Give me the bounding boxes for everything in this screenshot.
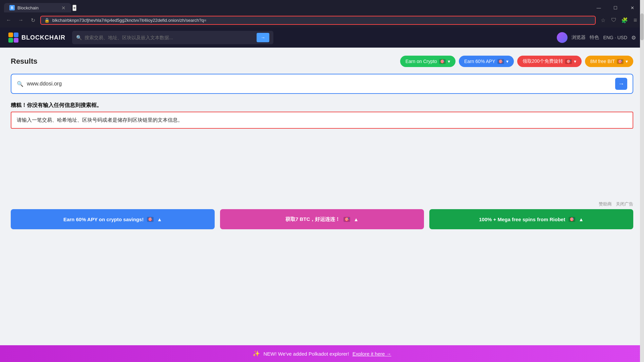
promo-bit-label: 8M free BIT xyxy=(590,59,615,64)
error-title: 糟糕！你没有输入任何信息到搜索框。 xyxy=(11,102,633,109)
avatar[interactable] xyxy=(557,32,568,43)
refresh-button[interactable]: ↻ xyxy=(28,15,38,25)
site-header: BLOCKCHAIR 🔍 → 浏览器 特色 ENG · USD ⚙ xyxy=(0,27,644,48)
promo-ad-icon-2: 🎯 xyxy=(565,59,572,64)
promo-arrow-3: ▾ xyxy=(626,59,628,64)
address-bar[interactable]: 🔒 xyxy=(40,16,596,25)
promo-spins-button[interactable]: 领取200个免费旋转 🎯 ▾ xyxy=(517,56,582,67)
promo-earn-apy-label: Earn 60% APY xyxy=(464,59,495,64)
close-ad-button[interactable]: 关闭广告 xyxy=(616,201,633,207)
promo-earn-crypto-label: Earn on Crypto xyxy=(406,59,437,64)
error-box: 请输入一笔交易、哈希地址、区块号码或者是储存到区块链里的文本信息。 xyxy=(11,112,633,129)
browser-menu-button[interactable]: ≡ xyxy=(631,15,640,25)
ad-label-row: 赞助商 关闭广告 xyxy=(11,201,633,207)
logo-text: BLOCKCHAIR xyxy=(21,34,65,41)
promo-arrow-0: ▾ xyxy=(448,59,450,64)
forward-button[interactable]: → xyxy=(16,15,25,25)
logo-icon xyxy=(8,32,19,43)
site-search-input[interactable] xyxy=(85,35,254,40)
ad-banner-0[interactable]: Earn 60% APY on crypto savings! 🎯 ▲ xyxy=(11,209,215,229)
address-input[interactable] xyxy=(52,18,592,23)
shield-button[interactable]: 🛡 xyxy=(609,15,619,25)
window-controls: — ☐ ✕ xyxy=(591,3,640,13)
extensions-button[interactable]: 🧩 xyxy=(620,15,629,25)
browser-tab[interactable]: B Blockchain ✕ xyxy=(4,3,71,12)
results-title: Results xyxy=(11,57,400,66)
browser-link[interactable]: 浏览器 xyxy=(572,35,586,41)
scrollbar-track[interactable] xyxy=(640,0,644,362)
ad-banner-2[interactable]: 100% + Mega free spins from Riobet 🎯 ▲ xyxy=(429,209,633,229)
lang-currency-selector[interactable]: ENG · USD xyxy=(603,35,627,40)
main-search-bar[interactable]: 🔍 → xyxy=(11,74,633,94)
ad-banner-1-icon: 🎯 xyxy=(343,217,350,222)
new-tab-button[interactable]: + xyxy=(72,5,76,11)
bottom-bar-text: NEW! We've added Polkadot explorer! xyxy=(263,351,349,357)
tab-title: Blockchain xyxy=(17,5,59,10)
scrollbar-thumb[interactable] xyxy=(640,13,644,40)
ad-banner-0-label: Earn 60% APY on crypto savings! xyxy=(63,217,144,222)
main-content: Results Earn on Crypto 🎯 ▾ Earn 60% APY … xyxy=(0,48,644,316)
main-search-submit-button[interactable]: → xyxy=(615,78,627,90)
browser-address-bar: ← → ↻ 🔒 ☆ 🛡 🧩 ≡ xyxy=(0,13,644,27)
ad-banner-1[interactable]: 获取7 BTC，好运连连！ 🎯 ▲ xyxy=(220,209,424,229)
back-button[interactable]: ← xyxy=(4,15,13,25)
main-search-input[interactable] xyxy=(27,81,612,87)
promo-arrow-2: ▾ xyxy=(574,59,576,64)
svg-rect-1 xyxy=(14,33,18,37)
minimize-button[interactable]: — xyxy=(591,3,606,13)
svg-rect-0 xyxy=(8,33,13,37)
error-section: 糟糕！你没有输入任何信息到搜索框。 请输入一笔交易、哈希地址、区块号码或者是储存… xyxy=(11,102,633,129)
promo-spins-label: 领取200个免费旋转 xyxy=(523,58,563,64)
promo-earn-crypto-button[interactable]: Earn on Crypto 🎯 ▾ xyxy=(400,56,455,67)
promo-buttons: Earn on Crypto 🎯 ▾ Earn 60% APY 🎯 ▾ 领取20… xyxy=(400,56,633,67)
site-search-icon: 🔍 xyxy=(76,35,82,40)
header-right: 浏览器 特色 ENG · USD ⚙ xyxy=(557,32,636,43)
promo-arrow-1: ▾ xyxy=(506,59,508,64)
features-link[interactable]: 特色 xyxy=(590,35,599,41)
browser-actions: ☆ 🛡 🧩 ≡ xyxy=(598,15,640,25)
ad-banner-2-label: 100% + Mega free spins from Riobet xyxy=(479,217,565,222)
bottom-bar-link[interactable]: Explore it here → xyxy=(353,351,391,357)
promo-ad-icon-0: 🎯 xyxy=(439,59,446,64)
ad-banner-1-label: 获取7 BTC，好运连连！ xyxy=(285,216,340,223)
logo[interactable]: BLOCKCHAIR xyxy=(8,32,65,43)
ad-banner-2-arrow: ▲ xyxy=(579,217,584,222)
settings-icon[interactable]: ⚙ xyxy=(631,35,636,41)
results-header: Results Earn on Crypto 🎯 ▾ Earn 60% APY … xyxy=(11,56,633,67)
browser-chrome: B Blockchain ✕ + — ☐ ✕ ← → ↻ 🔒 ☆ 🛡 🧩 ≡ xyxy=(0,0,644,27)
ad-banner-1-arrow: ▲ xyxy=(354,217,359,222)
maximize-button[interactable]: ☐ xyxy=(608,3,623,13)
site-search-bar[interactable]: 🔍 → xyxy=(72,31,273,44)
tab-close-button[interactable]: ✕ xyxy=(61,5,66,10)
ad-banner-0-icon: 🎯 xyxy=(147,217,154,222)
promo-bit-button[interactable]: 8M free BIT 🎯 ▾ xyxy=(585,56,633,67)
ad-banners: Earn 60% APY on crypto savings! 🎯 ▲ 获取7 … xyxy=(11,209,633,229)
svg-rect-2 xyxy=(8,38,13,43)
sparkle-icon: ✨ xyxy=(253,350,260,357)
error-message: 请输入一笔交易、哈希地址、区块号码或者是储存到区块链里的文本信息。 xyxy=(17,117,183,123)
promo-ad-icon-1: 🎯 xyxy=(497,59,504,64)
tab-favicon: B xyxy=(9,5,15,10)
close-button[interactable]: ✕ xyxy=(625,3,640,13)
empty-space xyxy=(11,134,633,201)
lock-icon: 🔒 xyxy=(44,18,50,23)
promo-ad-icon-3: 🎯 xyxy=(617,59,624,64)
bottom-bar: ✨ NEW! We've added Polkadot explorer! Ex… xyxy=(0,345,644,362)
svg-rect-3 xyxy=(14,38,18,43)
bookmark-button[interactable]: ☆ xyxy=(598,15,608,25)
ad-banner-2-icon: 🎯 xyxy=(569,217,575,222)
browser-tab-bar: B Blockchain ✕ + — ☐ ✕ xyxy=(0,0,644,13)
ad-banner-0-arrow: ▲ xyxy=(157,217,162,222)
sponsor-label: 赞助商 xyxy=(599,201,612,207)
main-search-icon: 🔍 xyxy=(17,81,23,87)
site-search-button[interactable]: → xyxy=(257,33,269,42)
promo-earn-apy-button[interactable]: Earn 60% APY 🎯 ▾ xyxy=(459,56,514,67)
